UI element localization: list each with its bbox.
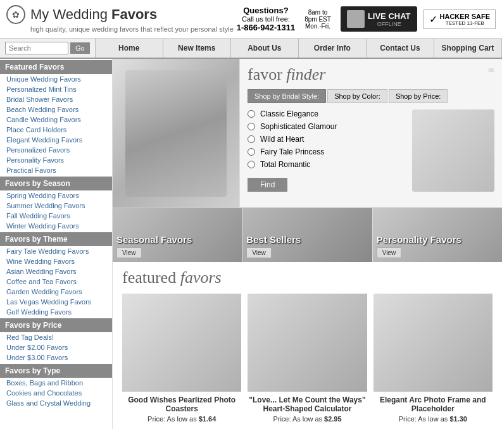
sidebar: Featured FavorsUnique Wedding FavorsPers… [0, 59, 113, 429]
sidebar-item[interactable]: Glass and Crystal Wedding [0, 398, 112, 408]
featured-item-3-price: Price: As low as $1.30 [373, 415, 493, 423]
find-button[interactable]: Find [248, 178, 287, 192]
content-area: favor finder ∞ Shop by Bridal Style: Sho… [113, 59, 502, 429]
favor-options: Classic EleganceSophisticated GlamourWil… [248, 109, 412, 192]
featured-item-2-image [248, 294, 367, 392]
sidebar-item[interactable]: Spring Wedding Favors [0, 190, 112, 201]
sidebar-item[interactable]: Personality Favors [0, 155, 112, 165]
sidebar-section-header: Favors by Price [0, 318, 112, 332]
nav-item-about-us[interactable]: About Us [231, 39, 299, 58]
live-chat-status: OFFLINE [368, 21, 411, 27]
nav-item-contact-us[interactable]: Contact Us [367, 39, 434, 58]
search-button[interactable]: Go [70, 42, 90, 54]
featured-item-2-name: "Love... Let Me Count the Ways" Heart-Sh… [248, 395, 367, 413]
sidebar-item[interactable]: Candle Wedding Favors [0, 115, 112, 125]
tab-price[interactable]: Shop by Price: [389, 89, 448, 103]
sidebar-item[interactable]: Coffee and Tea Favors [0, 277, 112, 287]
sidebar-section-header: Favors by Type [0, 364, 112, 378]
sidebar-item[interactable]: Golf Wedding Favors [0, 307, 112, 317]
featured-item-1-price: Price: As low as $1.64 [122, 415, 241, 423]
chat-avatar [347, 10, 365, 28]
sidebar-item[interactable]: Red Tag Deals! [0, 332, 112, 342]
header: ✿ My Wedding Favors high quality, unique… [0, 0, 502, 39]
nav-bar: Go HomeNew ItemsAbout UsOrder InfoContac… [0, 39, 502, 59]
questions-label: Questions? [237, 6, 296, 15]
hero-section: favor finder ∞ Shop by Bridal Style: Sho… [113, 59, 502, 208]
sidebar-item[interactable]: Boxes, Bags and Ribbon [0, 378, 112, 388]
sidebar-item[interactable]: Practical Favors [0, 165, 112, 175]
favor-option-label: Wild at Heart [260, 135, 304, 144]
sidebar-item[interactable]: Unique Wedding Favors [0, 74, 112, 84]
live-chat-label: LIVE CHAT [368, 11, 411, 21]
favor-option-label: Classic Elegance [260, 109, 318, 118]
hero-image [113, 59, 239, 208]
sidebar-item[interactable]: Beach Wedding Favors [0, 104, 112, 115]
sidebar-item[interactable]: Personalized Favors [0, 145, 112, 155]
logo-text: My Wedding Favors [30, 6, 157, 23]
sidebar-item[interactable]: Summer Wedding Favors [0, 201, 112, 211]
favor-option[interactable]: Sophisticated Glamour [248, 122, 412, 131]
promo-banners: Seasonal Favors View Best Sellers View P… [113, 208, 502, 262]
featured-item-1-name: Good Wishes Pearlized Photo Coasters [122, 395, 241, 413]
hacker-safe-tested: TESTED 13-FEB [440, 20, 490, 26]
search-input[interactable] [5, 42, 68, 54]
phone-number: 1-866-942-1311 [237, 23, 296, 32]
radio-icon [248, 123, 255, 130]
sidebar-item[interactable]: Fall Wedding Favors [0, 211, 112, 221]
promo-personality[interactable]: Personality Favors View [373, 208, 502, 262]
favor-option-label: Total Romantic [260, 160, 310, 169]
hacker-safe-block: ✓ HACKER SAFE TESTED 13-FEB [424, 9, 496, 29]
sidebar-item[interactable]: Cookies and Chocolates [0, 388, 112, 398]
featured-item-2-price: Price: As low as $2.95 [248, 415, 367, 423]
featured-items-row: Good Wishes Pearlized Photo Coasters Pri… [122, 294, 493, 423]
favor-finder-title: favor finder ∞ [248, 65, 494, 84]
nav-item-new-items[interactable]: New Items [163, 39, 231, 58]
sidebar-section-header: Favors by Theme [0, 232, 112, 246]
hours-block: 8am to 8pm EST Mon.-Fri. [304, 9, 331, 30]
featured-item-3[interactable]: Elegant Arc Photo Frame and Placeholder … [373, 294, 493, 423]
radio-icon [248, 161, 255, 168]
sidebar-item[interactable]: Las Vegas Wedding Favors [0, 297, 112, 307]
favor-finder: favor finder ∞ Shop by Bridal Style: Sho… [239, 59, 502, 208]
promo-personality-view[interactable]: View [377, 247, 402, 258]
favor-finder-tabs: Shop by Bridal Style: Shop by Color: Sho… [248, 89, 494, 103]
favor-option[interactable]: Classic Elegance [248, 109, 412, 118]
sidebar-item[interactable]: Under $2.00 Favors [0, 342, 112, 352]
sidebar-item[interactable]: Elegant Wedding Favors [0, 135, 112, 145]
sidebar-item[interactable]: Garden Wedding Favors [0, 287, 112, 297]
logo-block: ✿ My Wedding Favors high quality, unique… [6, 5, 237, 33]
promo-bestsellers-title: Best Sellers [246, 234, 301, 246]
nav-item-order-info[interactable]: Order Info [299, 39, 367, 58]
sidebar-item[interactable]: Asian Wedding Favors [0, 266, 112, 277]
hacker-safe-title: HACKER SAFE [440, 13, 490, 20]
favor-option[interactable]: Fairy Tale Princess [248, 147, 412, 156]
featured-item-2[interactable]: "Love... Let Me Count the Ways" Heart-Sh… [248, 294, 367, 423]
sidebar-section-header: Favors by Season [0, 177, 112, 190]
favor-option-label: Sophisticated Glamour [260, 122, 337, 131]
nav-item-home[interactable]: Home [96, 39, 163, 58]
favor-option[interactable]: Total Romantic [248, 160, 412, 169]
promo-bestsellers[interactable]: Best Sellers View [242, 208, 372, 262]
sidebar-item[interactable]: Under $3.00 Favors [0, 352, 112, 363]
sidebar-item[interactable]: Personalized Mint Tins [0, 84, 112, 94]
favor-option[interactable]: Wild at Heart [248, 135, 412, 144]
tab-color[interactable]: Shop by Color: [327, 89, 387, 103]
contact-block: Questions? Call us toll free: 1-866-942-… [237, 6, 296, 32]
promo-seasonal-title: Seasonal Favors [116, 234, 192, 246]
promo-bestsellers-view[interactable]: View [246, 247, 272, 258]
sidebar-item[interactable]: Bridal Shower Favors [0, 94, 112, 104]
sidebar-item[interactable]: Winter Wedding Favors [0, 221, 112, 231]
search-block: Go [0, 39, 96, 58]
nav-item-shopping-cart[interactable]: Shopping Cart [434, 39, 502, 58]
featured-favors-title: featured favors [122, 268, 493, 287]
promo-seasonal[interactable]: Seasonal Favors View [113, 208, 242, 262]
featured-item-1[interactable]: Good Wishes Pearlized Photo Coasters Pri… [122, 294, 241, 423]
sidebar-item[interactable]: Wine Wedding Favors [0, 256, 112, 266]
sidebar-item[interactable]: Fairy Tale Wedding Favors [0, 246, 112, 256]
favor-finder-image [412, 109, 494, 192]
main-layout: Featured FavorsUnique Wedding FavorsPers… [0, 59, 502, 429]
sidebar-item[interactable]: Place Card Holders [0, 125, 112, 135]
live-chat-block[interactable]: LIVE CHAT OFFLINE [341, 6, 417, 32]
promo-seasonal-view[interactable]: View [116, 247, 142, 258]
tab-bridal-style[interactable]: Shop by Bridal Style: [248, 89, 326, 103]
